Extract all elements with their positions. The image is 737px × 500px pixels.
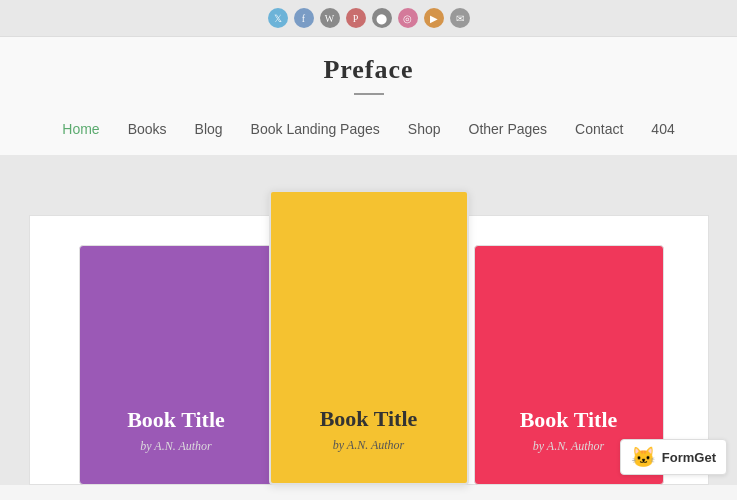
- nav-home[interactable]: Home: [48, 117, 113, 141]
- nav-shop[interactable]: Shop: [394, 117, 455, 141]
- nav-404[interactable]: 404: [637, 117, 688, 141]
- book-card-left[interactable]: Book Title by A.N. Author: [79, 245, 274, 485]
- book-card-center[interactable]: Book Title by A.N. Author: [269, 190, 469, 485]
- rss-icon[interactable]: ▶: [424, 8, 444, 28]
- facebook-icon[interactable]: f: [294, 8, 314, 28]
- book-title-left: Book Title: [127, 407, 225, 433]
- email-icon[interactable]: ✉: [450, 8, 470, 28]
- title-divider: [354, 93, 384, 95]
- book-author-right: by A.N. Author: [533, 439, 605, 454]
- dribbble-icon[interactable]: ◎: [398, 8, 418, 28]
- formget-label: FormGet: [662, 450, 716, 465]
- main-content: Book Title by A.N. Author Book Title by …: [0, 155, 737, 485]
- books-container: Book Title by A.N. Author Book Title by …: [29, 175, 709, 485]
- social-bar: 𝕏 f W P ⬤ ◎ ▶ ✉: [0, 0, 737, 37]
- wordpress-icon[interactable]: W: [320, 8, 340, 28]
- book-author-left: by A.N. Author: [140, 439, 212, 454]
- pinterest-icon[interactable]: P: [346, 8, 366, 28]
- book-title-center: Book Title: [320, 406, 418, 432]
- nav-books[interactable]: Books: [114, 117, 181, 141]
- book-title-right: Book Title: [520, 407, 618, 433]
- github-icon[interactable]: ⬤: [372, 8, 392, 28]
- nav-book-landing-pages[interactable]: Book Landing Pages: [237, 117, 394, 141]
- main-nav: Home Books Blog Book Landing Pages Shop …: [0, 109, 737, 155]
- book-author-center: by A.N. Author: [333, 438, 405, 453]
- twitter-icon[interactable]: 𝕏: [268, 8, 288, 28]
- nav-contact[interactable]: Contact: [561, 117, 637, 141]
- nav-blog[interactable]: Blog: [181, 117, 237, 141]
- site-title: Preface: [0, 55, 737, 85]
- formget-cat-icon: 🐱: [631, 445, 656, 469]
- nav-other-pages[interactable]: Other Pages: [455, 117, 562, 141]
- formget-widget[interactable]: 🐱 FormGet: [620, 439, 727, 475]
- site-header: Preface Home Books Blog Book Landing Pag…: [0, 37, 737, 155]
